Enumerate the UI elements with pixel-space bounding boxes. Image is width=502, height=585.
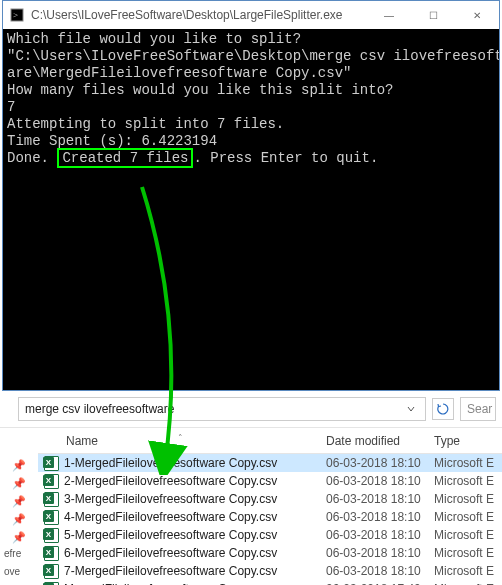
column-headers: Name ˄ Date modified Type [38,428,502,454]
window-title: C:\Users\ILoveFreeSoftware\Desktop\Large… [31,8,367,22]
file-row[interactable]: 6-MergedFileilovefreesoftware Copy.csv06… [38,544,502,562]
excel-icon [44,546,59,561]
nav-item[interactable]: ove [0,564,38,582]
console-done-prefix: Done. [7,150,57,166]
excel-icon [44,492,59,507]
file-explorer: merge csv ilovefreesoftware Sear 📌 📌 📌 📌… [0,393,502,585]
excel-icon [44,456,59,471]
file-row[interactable]: 4-MergedFileilovefreesoftware Copy.csv06… [38,508,502,526]
search-box[interactable]: Sear [460,397,496,421]
file-type: Microsoft E [434,564,502,578]
pin-icon[interactable]: 📌 [0,510,38,528]
file-date: 06-03-2018 18:10 [326,528,434,542]
excel-icon [44,582,59,586]
file-list: Name ˄ Date modified Type 1-MergedFileil… [38,428,502,585]
console-highlight: Created 7 files [57,148,193,168]
file-date: 06-03-2018 18:10 [326,456,434,470]
file-name: 6-MergedFileilovefreesoftware Copy.csv [64,546,277,560]
file-type: Microsoft E [434,528,502,542]
file-type: Microsoft E [434,456,502,470]
console-line: "C:\Users\ILoveFreeSoftware\Desktop\merg… [7,48,499,64]
address-bar[interactable]: merge csv ilovefreesoftware [18,397,426,421]
file-date: 06-03-2018 18:10 [326,546,434,560]
sort-indicator-icon: ˄ [178,433,183,443]
excel-icon [44,510,59,525]
address-text: merge csv ilovefreesoftware [25,402,174,416]
address-dropdown-icon[interactable] [403,402,419,416]
file-row[interactable]: 1-MergedFileilovefreesoftware Copy.csv06… [38,454,502,472]
pin-icon[interactable]: 📌 [0,528,38,546]
file-type: Microsoft E [434,474,502,488]
nav-pane[interactable]: 📌 📌 📌 📌 📌 efre ove File [0,428,38,585]
refresh-button[interactable] [432,398,454,420]
file-type: Microsoft E [434,546,502,560]
file-name: 3-MergedFileilovefreesoftware Copy.csv [64,492,277,506]
file-type: Microsoft E [434,510,502,524]
minimize-button[interactable]: — [367,1,411,29]
file-row[interactable]: 2-MergedFileilovefreesoftware Copy.csv06… [38,472,502,490]
file-date: 06-03-2018 18:10 [326,564,434,578]
file-date: 06-03-2018 18:10 [326,510,434,524]
nav-item[interactable]: efre [0,546,38,564]
console-done-suffix: . Press Enter to quit. [193,150,378,166]
excel-icon [44,528,59,543]
console-line: 7 [7,99,15,115]
maximize-button[interactable]: ☐ [411,1,455,29]
pin-icon[interactable]: 📌 [0,474,38,492]
file-date: 06-03-2018 18:10 [326,474,434,488]
file-row[interactable]: 7-MergedFileilovefreesoftware Copy.csv06… [38,562,502,580]
file-type: Microsoft E [434,492,502,506]
search-placeholder: Sear [467,402,492,416]
titlebar[interactable]: > C:\Users\ILoveFreeSoftware\Desktop\Lar… [3,1,499,29]
file-row[interactable]: MergedFileilovefreesoftware Copy.csv06-0… [38,580,502,585]
console-line: Time Spent (s): 6.4223194 [7,133,217,149]
file-name: 4-MergedFileilovefreesoftware Copy.csv [64,510,277,524]
address-bar-row: merge csv ilovefreesoftware Sear [0,393,502,428]
file-name: 5-MergedFileilovefreesoftware Copy.csv [64,528,277,542]
excel-icon [44,564,59,579]
console-line: Which file would you like to split? [7,31,301,47]
file-row[interactable]: 5-MergedFileilovefreesoftware Copy.csv06… [38,526,502,544]
console-line: How many files would you like this split… [7,82,393,98]
header-type[interactable]: Type [434,434,502,448]
file-date: 06-03-2018 18:10 [326,492,434,506]
svg-text:>: > [13,10,18,20]
file-name: 2-MergedFileilovefreesoftware Copy.csv [64,474,277,488]
file-name: 7-MergedFileilovefreesoftware Copy.csv [64,564,277,578]
pin-icon[interactable]: 📌 [0,492,38,510]
close-button[interactable]: ✕ [455,1,499,29]
header-date[interactable]: Date modified [326,434,434,448]
header-name[interactable]: Name ˄ [38,434,326,448]
excel-icon [44,474,59,489]
console-window: > C:\Users\ILoveFreeSoftware\Desktop\Lar… [2,0,500,391]
console-line: Attempting to split into 7 files. [7,116,284,132]
file-name: 1-MergedFileilovefreesoftware Copy.csv [64,456,277,470]
file-row[interactable]: 3-MergedFileilovefreesoftware Copy.csv06… [38,490,502,508]
console-line: are\MergedFileilovefreesoftware Copy.csv… [7,65,351,81]
pin-icon[interactable]: 📌 [0,456,38,474]
console-output[interactable]: Which file would you like to split? "C:\… [3,29,499,390]
app-icon: > [9,7,25,23]
